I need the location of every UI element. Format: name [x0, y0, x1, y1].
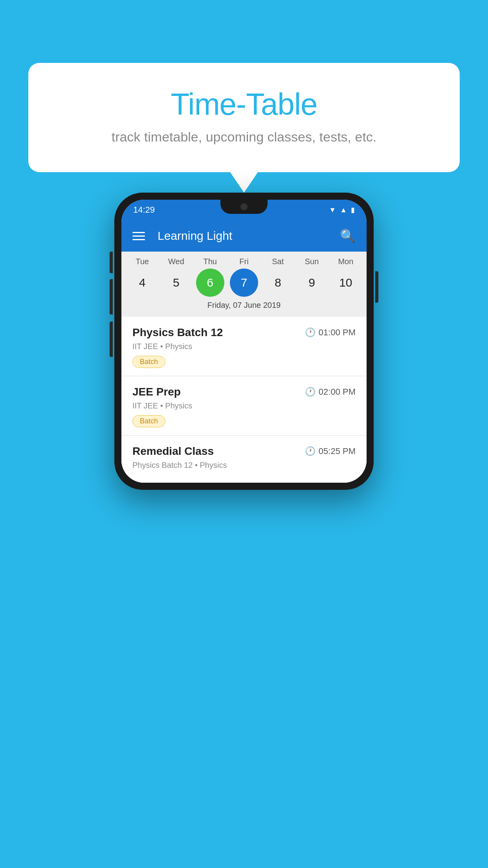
- schedule-list: Physics Batch 12 🕐 01:00 PM IIT JEE • Ph…: [121, 317, 367, 483]
- battery-icon: ▮: [351, 206, 355, 214]
- bubble-subtitle: track timetable, upcoming classes, tests…: [48, 129, 440, 145]
- day-8[interactable]: 8: [264, 268, 292, 297]
- camera: [240, 203, 248, 210]
- schedule-item-2-title: JEE Prep: [132, 386, 181, 398]
- schedule-item-2-header: JEE Prep 🕐 02:00 PM: [132, 386, 356, 398]
- bubble-title: Time-Table: [48, 86, 440, 122]
- schedule-item-2-subtitle: IIT JEE • Physics: [132, 401, 356, 410]
- schedule-item-3-title: Remedial Class: [132, 445, 214, 458]
- day-4[interactable]: 4: [128, 268, 156, 297]
- day-headers: Tue Wed Thu Fri Sat Sun Mon: [121, 257, 367, 266]
- selected-date-label: Friday, 07 June 2019: [121, 297, 367, 313]
- phone-frame: 14:29 ▼ ▲ ▮ Learning Light 🔍: [114, 193, 374, 490]
- signal-icon: ▲: [340, 206, 347, 214]
- wifi-icon: ▼: [329, 206, 336, 214]
- day-10[interactable]: 10: [332, 268, 360, 297]
- status-time: 14:29: [133, 205, 155, 215]
- schedule-item-3-time: 🕐 05:25 PM: [305, 446, 356, 456]
- speech-bubble: Time-Table track timetable, upcoming cla…: [28, 63, 460, 172]
- app-bar: Learning Light 🔍: [121, 220, 367, 252]
- speech-bubble-container: Time-Table track timetable, upcoming cla…: [28, 63, 460, 172]
- schedule-item-2-time-text: 02:00 PM: [319, 387, 356, 397]
- power-button: [375, 271, 378, 303]
- notch: [220, 200, 268, 214]
- schedule-item-2-time: 🕐 02:00 PM: [305, 387, 356, 397]
- batch-tag-2: Batch: [132, 415, 165, 427]
- schedule-item-2[interactable]: JEE Prep 🕐 02:00 PM IIT JEE • Physics Ba…: [121, 376, 367, 436]
- schedule-item-1-time: 🕐 01:00 PM: [305, 327, 356, 338]
- phone-wrapper: 14:29 ▼ ▲ ▮ Learning Light 🔍: [114, 193, 374, 490]
- schedule-item-1[interactable]: Physics Batch 12 🕐 01:00 PM IIT JEE • Ph…: [121, 317, 367, 376]
- day-6-today[interactable]: 6: [196, 268, 224, 297]
- menu-button[interactable]: [132, 232, 145, 240]
- clock-icon-1: 🕐: [305, 327, 316, 338]
- day-header-wed: Wed: [162, 257, 190, 266]
- day-header-mon: Mon: [332, 257, 360, 266]
- batch-tag-1: Batch: [132, 356, 165, 368]
- schedule-item-1-title: Physics Batch 12: [132, 326, 223, 339]
- schedule-item-3[interactable]: Remedial Class 🕐 05:25 PM Physics Batch …: [121, 436, 367, 483]
- schedule-item-3-subtitle: Physics Batch 12 • Physics: [132, 461, 356, 470]
- day-header-sat: Sat: [264, 257, 292, 266]
- schedule-item-1-subtitle: IIT JEE • Physics: [132, 342, 356, 351]
- schedule-item-1-header: Physics Batch 12 🕐 01:00 PM: [132, 326, 356, 339]
- day-5[interactable]: 5: [162, 268, 190, 297]
- day-header-tue: Tue: [128, 257, 156, 266]
- status-icons: ▼ ▲ ▮: [329, 206, 355, 214]
- app-title: Learning Light: [158, 229, 330, 243]
- volume-silent-button: [110, 252, 113, 273]
- day-header-sun: Sun: [298, 257, 326, 266]
- volume-up-button: [110, 279, 113, 314]
- schedule-item-1-time-text: 01:00 PM: [319, 327, 356, 338]
- clock-icon-2: 🕐: [305, 387, 316, 397]
- schedule-item-3-header: Remedial Class 🕐 05:25 PM: [132, 445, 356, 458]
- search-icon[interactable]: 🔍: [340, 228, 356, 243]
- schedule-item-3-time-text: 05:25 PM: [319, 446, 356, 456]
- day-9[interactable]: 9: [298, 268, 326, 297]
- phone-screen: 14:29 ▼ ▲ ▮ Learning Light 🔍: [121, 200, 367, 483]
- volume-down-button: [110, 322, 113, 357]
- clock-icon-3: 🕐: [305, 446, 316, 456]
- day-numbers: 4 5 6 7 8 9 10: [121, 268, 367, 297]
- day-header-thu: Thu: [196, 257, 224, 266]
- status-bar: 14:29 ▼ ▲ ▮: [121, 200, 367, 220]
- day-header-fri: Fri: [230, 257, 258, 266]
- calendar-week: Tue Wed Thu Fri Sat Sun Mon 4 5 6 7 8 9 …: [121, 252, 367, 317]
- day-7-selected[interactable]: 7: [230, 268, 258, 297]
